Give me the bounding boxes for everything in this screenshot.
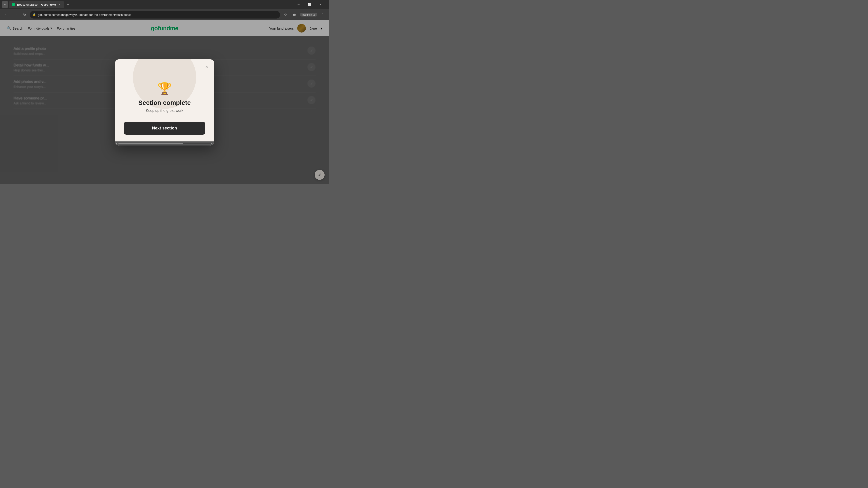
scroll-thumb	[119, 143, 183, 144]
modal-scrollbar[interactable]: ◀ ▶	[115, 141, 214, 145]
modal-close-button[interactable]: ×	[203, 63, 211, 71]
tab-switcher[interactable]: ▼	[2, 1, 8, 8]
url-text: gofundme.com/manage/wdywu-donate-for-the…	[38, 13, 131, 17]
active-tab[interactable]: G Boost fundraiser - GoFundMe ✕	[9, 1, 64, 8]
tab-close-button[interactable]: ✕	[58, 3, 61, 6]
scroll-right-arrow[interactable]: ▶	[211, 142, 213, 144]
scroll-left-arrow[interactable]: ◀	[116, 142, 119, 144]
window-controls: ─ ⬜ ✕	[293, 1, 327, 8]
section-complete-modal: × 🏆 Section complete Keep up the great w…	[115, 59, 214, 145]
next-section-button[interactable]: Next section	[124, 122, 205, 135]
incognito-badge: Incognito (2)	[300, 13, 317, 17]
tab-title: Boost fundraiser - GoFundMe	[17, 3, 56, 6]
back-button[interactable]: ←	[3, 11, 10, 18]
secure-icon: 🔒	[33, 13, 36, 16]
tab-bar: ▼ G Boost fundraiser - GoFundMe ✕ + ─ ⬜ …	[0, 0, 329, 9]
trophy-icon: 🏆	[157, 82, 172, 96]
browser-menu-button[interactable]: ⋮	[319, 11, 327, 18]
browser-chrome: ▼ G Boost fundraiser - GoFundMe ✕ + ─ ⬜ …	[0, 0, 329, 20]
close-button[interactable]: ✕	[315, 1, 326, 8]
url-bar[interactable]: 🔒 gofundme.com/manage/wdywu-donate-for-t…	[30, 11, 280, 19]
new-tab-button[interactable]: +	[65, 1, 71, 8]
modal-subtitle: Keep up the great work	[146, 109, 183, 113]
reload-button[interactable]: ↻	[21, 11, 28, 18]
forward-button[interactable]: →	[12, 11, 19, 18]
maximize-button[interactable]: ⬜	[304, 1, 315, 8]
modal-body: 🏆 Section complete Keep up the great wor…	[115, 59, 214, 141]
scroll-track	[119, 143, 211, 144]
page-background: 🔍 Search For individuals ▾ For charities…	[0, 20, 329, 184]
bookmark-button[interactable]: ☆	[282, 11, 289, 18]
extensions-button[interactable]: ⊕	[291, 11, 298, 18]
address-bar: ← → ↻ 🔒 gofundme.com/manage/wdywu-donate…	[0, 9, 329, 20]
modal-title: Section complete	[138, 99, 191, 106]
minimize-button[interactable]: ─	[293, 1, 304, 8]
modal-wrapper: × 🏆 Section complete Keep up the great w…	[115, 59, 214, 145]
tab-favicon: G	[12, 3, 16, 6]
